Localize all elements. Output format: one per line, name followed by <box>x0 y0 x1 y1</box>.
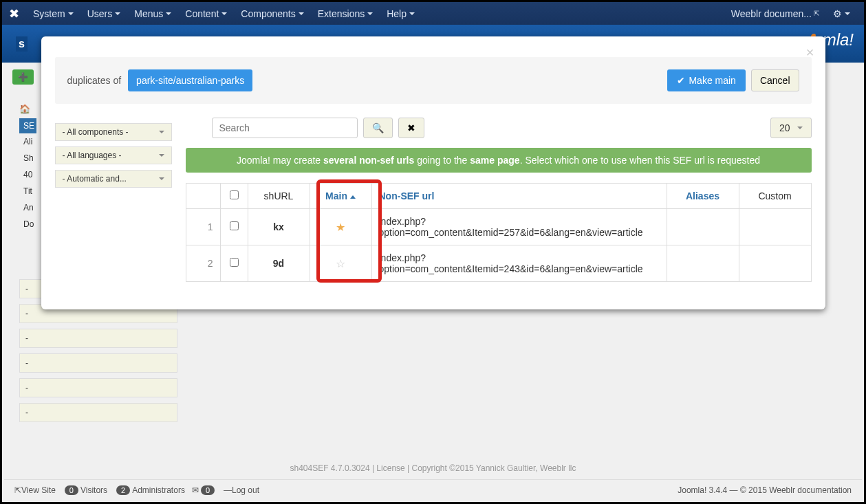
limit-select[interactable]: 20 <box>770 118 812 138</box>
table-row: 1 kx ★ index.php?option=com_content&Item… <box>186 209 811 245</box>
make-main-button[interactable]: ✔ Make main <box>667 69 745 91</box>
modal-main: 🔍 ✖ 20 Joomla! may create several non-se… <box>186 118 812 282</box>
modal-header: duplicates of park-site/australian-parks… <box>55 57 812 104</box>
row-num: 1 <box>186 209 220 245</box>
table-row: 2 9d ☆ index.php?option=com_content&Item… <box>186 245 811 282</box>
row-checkbox[interactable] <box>230 221 239 230</box>
star-empty-icon[interactable]: ☆ <box>336 258 345 270</box>
row-custom <box>739 245 811 282</box>
col-num <box>186 184 220 209</box>
col-checkbox <box>220 184 248 209</box>
search-icon: 🔍 <box>372 122 384 133</box>
search-button[interactable]: 🔍 <box>363 118 393 138</box>
close-icon[interactable]: × <box>806 45 814 61</box>
col-aliases[interactable]: Aliases <box>667 184 739 209</box>
col-custom[interactable]: Custom <box>739 184 811 209</box>
col-nonsef[interactable]: Non-SEF url <box>371 184 667 209</box>
row-shurl: kx <box>248 209 310 245</box>
duplicates-modal: × duplicates of park-site/australian-par… <box>41 36 825 309</box>
row-aliases <box>667 245 739 282</box>
modal-overlay: × duplicates of park-site/australian-par… <box>2 2 864 502</box>
close-icon: ✖ <box>407 122 415 133</box>
col-main[interactable]: Main <box>310 184 371 209</box>
sort-asc-icon <box>350 195 356 199</box>
duplicates-table: shURL Main Non-SEF url Aliases Custom 1 … <box>186 183 812 282</box>
check-icon: ✔ <box>677 75 685 86</box>
row-url: index.php?option=com_content&Itemid=257&… <box>371 209 667 245</box>
url-badge: park-site/australian-parks <box>128 69 252 91</box>
duplicates-label: duplicates of <box>67 75 122 86</box>
row-shurl: 9d <box>248 245 310 282</box>
clear-search-button[interactable]: ✖ <box>398 118 424 138</box>
info-banner: Joomla! may create several non-sef urls … <box>186 148 812 173</box>
filter-languages[interactable]: - All languages - <box>55 146 172 164</box>
row-custom <box>739 209 811 245</box>
cancel-button[interactable]: Cancel <box>751 69 799 91</box>
row-num: 2 <box>186 245 220 282</box>
modal-sidebar: - All components - - All languages - - A… <box>55 118 172 282</box>
row-checkbox[interactable] <box>230 258 239 267</box>
col-shurl[interactable]: shURL <box>248 184 310 209</box>
star-filled-icon[interactable]: ★ <box>336 221 345 233</box>
row-url: index.php?option=com_content&Itemid=243&… <box>371 245 667 282</box>
filter-components[interactable]: - All components - <box>55 123 172 141</box>
select-all-checkbox[interactable] <box>230 190 239 199</box>
search-input[interactable] <box>212 118 358 138</box>
row-aliases <box>667 209 739 245</box>
filter-automatic[interactable]: - Automatic and... <box>55 170 172 188</box>
